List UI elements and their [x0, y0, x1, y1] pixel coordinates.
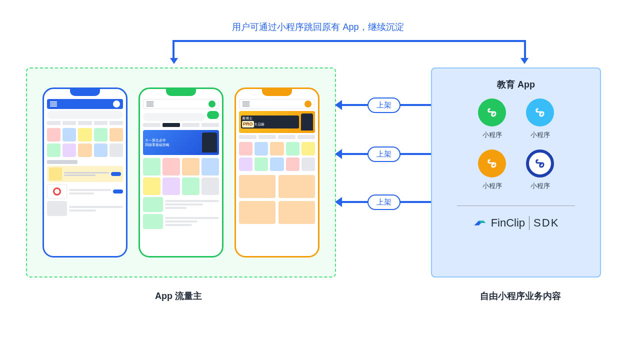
banner-pro: PRO	[242, 121, 254, 128]
hero-banner: 雁博士 PRO大召募	[239, 111, 315, 133]
icon-grid	[47, 128, 123, 157]
education-app-panel: 教育 App 小程序 小程序 小程序 小程序	[431, 68, 601, 278]
publish-arrow-2: 上架	[335, 145, 432, 163]
miniprogram-label: 小程序	[482, 130, 502, 140]
miniprogram-item: 小程序	[478, 150, 506, 190]
miniprogram-label: 小程序	[530, 182, 550, 190]
arrow-left-icon	[335, 100, 342, 110]
phone-notch	[70, 89, 100, 96]
app-traffic-owner-panel: 大一新生必学 四级零基础攻略 雁博士 PRO大召募	[26, 68, 336, 278]
menu-icon	[146, 102, 154, 106]
left-panel-label: App 流量主	[155, 290, 202, 302]
sdk-text: SDK	[534, 216, 559, 230]
list-item	[143, 197, 219, 212]
phone-header	[239, 99, 315, 109]
top-flow-label: 用户可通过小程序跳回原有 App，继续沉淀	[232, 21, 404, 33]
separator	[529, 216, 530, 230]
miniprogram-item: 小程序	[478, 98, 506, 140]
arrow-left-icon	[335, 197, 342, 207]
brand-text: FinClip	[491, 216, 525, 230]
right-panel-title: 教育 App	[497, 78, 535, 90]
miniprogram-icon	[478, 98, 506, 126]
icon-grid	[239, 142, 315, 171]
banner-person-image	[301, 114, 313, 130]
divider	[457, 206, 576, 206]
banner-line1: 大一新生必学	[145, 138, 200, 142]
section-title	[47, 160, 78, 164]
avatar-icon	[113, 100, 120, 108]
tab-row	[143, 123, 219, 127]
miniprogram-icon	[526, 150, 554, 178]
miniprogram-label: 小程序	[530, 130, 550, 140]
banner-top: 雁博士	[242, 116, 298, 120]
publish-arrow-3: 上架	[335, 193, 432, 211]
banner-suffix: 大召募	[254, 122, 264, 126]
right-panel-label: 自由小程序业务内容	[480, 290, 561, 302]
banner-line2: 四级零基础攻略	[145, 142, 200, 147]
phone-mockup-green: 大一新生必学 四级零基础攻略	[138, 88, 224, 258]
miniprogram-item: 小程序	[526, 98, 554, 140]
miniprogram-grid: 小程序 小程序 小程序 小程序	[478, 98, 554, 190]
miniprogram-icon	[478, 150, 506, 178]
banner-person-image	[202, 132, 217, 152]
phone-notch	[166, 89, 196, 96]
finclip-logo-icon	[473, 216, 487, 230]
top-connector-line	[172, 40, 526, 60]
avatar-icon	[304, 100, 312, 108]
phone-mockup-blue	[42, 88, 128, 258]
list-item	[47, 201, 123, 216]
hero-banner: 大一新生必学 四级零基础攻略	[143, 130, 219, 155]
arrow-down-right-icon	[520, 58, 528, 64]
menu-icon	[50, 102, 57, 106]
miniprogram-item: 小程序	[526, 150, 554, 190]
list-item	[143, 214, 219, 229]
phone-notch	[262, 89, 292, 96]
menu-icon	[242, 102, 250, 106]
miniprogram-label: 小程序	[482, 182, 502, 190]
search-bar	[47, 111, 123, 119]
arrow-left-icon	[335, 149, 342, 159]
icon-grid	[143, 158, 219, 195]
list-item	[47, 184, 123, 199]
publish-arrow-1: 上架	[335, 96, 432, 114]
avatar-icon	[208, 100, 216, 108]
course-card	[47, 166, 123, 182]
arrow-label: 上架	[368, 194, 400, 210]
phone-header	[47, 99, 123, 109]
phone-header	[143, 99, 219, 109]
arrow-down-left-icon	[170, 58, 178, 64]
tab-row	[47, 121, 123, 125]
miniprogram-icon	[526, 98, 554, 126]
phone-mockup-orange: 雁博士 PRO大召募	[234, 88, 320, 258]
tab-row	[239, 135, 315, 139]
arrow-label: 上架	[368, 146, 400, 162]
finclip-sdk-logo: FinClip SDK	[473, 216, 560, 230]
arrow-label: 上架	[368, 98, 400, 113]
